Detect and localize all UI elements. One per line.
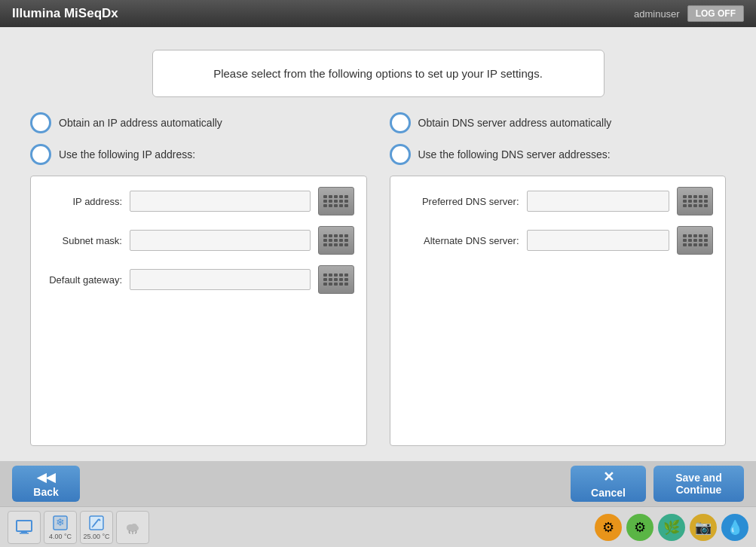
info-text: Please select from the following options…	[213, 67, 543, 80]
radio-row-auto-ip[interactable]: Obtain an IP address automatically	[30, 112, 367, 133]
default-gateway-keyboard-button[interactable]	[318, 265, 354, 294]
keyboard-icon	[323, 234, 348, 246]
edit-temp-label: 25.00 °C	[83, 533, 109, 540]
radio-manual-ip-label: Use the following IP address:	[59, 148, 195, 160]
preferred-dns-input[interactable]	[527, 191, 670, 212]
columns-layout: Obtain an IP address automatically Use t…	[30, 112, 726, 446]
svg-line-8	[99, 519, 100, 521]
cancel-button-label: Cancel	[591, 487, 626, 499]
radio-auto-dns[interactable]	[390, 112, 411, 133]
alternate-dns-label: Alternate DNS server:	[402, 235, 519, 246]
ip-address-keyboard-button[interactable]	[318, 187, 354, 215]
svg-rect-0	[17, 521, 32, 531]
edit-icon	[87, 514, 106, 532]
settings-orange-button[interactable]: ⚙	[595, 514, 622, 541]
cancel-x-icon: ✕	[603, 469, 614, 485]
cloud-status-icon[interactable]	[116, 511, 149, 544]
save-continue-button[interactable]: Save andContinue	[653, 466, 744, 502]
keyboard-icon	[683, 234, 708, 246]
alternate-dns-keyboard-button[interactable]	[677, 226, 713, 255]
snowflake-icon: ❄	[51, 514, 69, 532]
save-continue-label: Save andContinue	[675, 472, 721, 496]
radio-auto-ip[interactable]	[30, 112, 51, 133]
logoff-button[interactable]: LOG OFF	[687, 5, 744, 22]
ip-address-input[interactable]	[130, 191, 311, 212]
preferred-dns-label: Preferred DNS server:	[402, 196, 519, 207]
ip-address-row: IP address:	[43, 187, 354, 215]
main-content: Please select from the following options…	[0, 27, 756, 461]
username-label: adminuser	[634, 8, 680, 20]
leaf-button[interactable]: 🌿	[658, 514, 685, 541]
radio-manual-dns-label: Use the following DNS server addresses:	[418, 148, 611, 160]
default-gateway-row: Default gateway:	[43, 265, 354, 294]
water-button[interactable]: 💧	[721, 514, 748, 541]
header-right: adminuser LOG OFF	[634, 5, 744, 22]
subnet-mask-keyboard-button[interactable]	[318, 226, 354, 255]
radio-row-auto-dns[interactable]: Obtain DNS server address automatically	[390, 112, 727, 133]
svg-point-12	[131, 524, 137, 530]
alternate-dns-input[interactable]	[527, 230, 670, 251]
monitor-icon	[15, 518, 33, 536]
svg-line-9	[92, 527, 93, 527]
info-box: Please select from the following options…	[152, 50, 604, 97]
dns-fields-box: Preferred DNS server: Alternate DNS serv…	[390, 176, 727, 446]
ip-fields-box: IP address: Subnet mask:	[30, 176, 367, 446]
radio-manual-ip[interactable]	[30, 144, 51, 165]
radio-auto-ip-label: Obtain an IP address automatically	[59, 117, 222, 129]
radio-row-manual-dns[interactable]: Use the following DNS server addresses:	[390, 144, 727, 165]
camera-button[interactable]: 📷	[690, 514, 717, 541]
bottom-bar: ◀◀ Back ✕ Cancel Save andContinue	[0, 461, 756, 506]
monitor-status-icon[interactable]	[8, 511, 41, 544]
svg-rect-2	[20, 533, 29, 534]
default-gateway-input[interactable]	[130, 269, 311, 290]
edit-status-icon[interactable]: 25.00 °C	[80, 511, 113, 544]
right-column: Obtain DNS server address automatically …	[390, 112, 727, 446]
preferred-dns-row: Preferred DNS server:	[402, 187, 714, 215]
preferred-dns-keyboard-button[interactable]	[677, 187, 713, 215]
subnet-mask-input[interactable]	[130, 230, 311, 251]
settings-green-button[interactable]: ⚙	[626, 514, 653, 541]
keyboard-icon	[323, 274, 348, 286]
header: Illumina MiSeqDx adminuser LOG OFF	[0, 0, 756, 27]
radio-manual-dns[interactable]	[390, 144, 411, 165]
radio-row-manual-ip[interactable]: Use the following IP address:	[30, 144, 367, 165]
cloud-icon	[124, 518, 142, 536]
back-arrows-icon: ◀◀	[37, 470, 55, 484]
default-gateway-label: Default gateway:	[43, 274, 122, 286]
subnet-mask-row: Subnet mask:	[43, 226, 354, 255]
cold-status-icon[interactable]: ❄ 4.00 °C	[44, 511, 77, 544]
svg-text:❄: ❄	[56, 516, 65, 528]
app-title: Illumina MiSeqDx	[12, 6, 118, 21]
status-right-icons: ⚙ ⚙ 🌿 📷 💧	[595, 514, 748, 541]
back-button[interactable]: ◀◀ Back	[12, 466, 80, 502]
svg-rect-1	[21, 531, 27, 533]
radio-auto-dns-label: Obtain DNS server address automatically	[418, 117, 612, 129]
ip-address-label: IP address:	[43, 196, 122, 207]
left-column: Obtain an IP address automatically Use t…	[30, 112, 367, 446]
cold-temp-label: 4.00 °C	[49, 533, 72, 540]
back-button-label: Back	[33, 486, 58, 498]
status-bar: ❄ 4.00 °C 25.00 °C ⚙ ⚙ 🌿 📷 💧	[0, 506, 756, 547]
subnet-mask-label: Subnet mask:	[43, 235, 122, 246]
alternate-dns-row: Alternate DNS server:	[402, 226, 714, 255]
keyboard-icon	[683, 195, 708, 207]
keyboard-icon	[323, 195, 348, 207]
cancel-button[interactable]: ✕ Cancel	[571, 466, 646, 502]
